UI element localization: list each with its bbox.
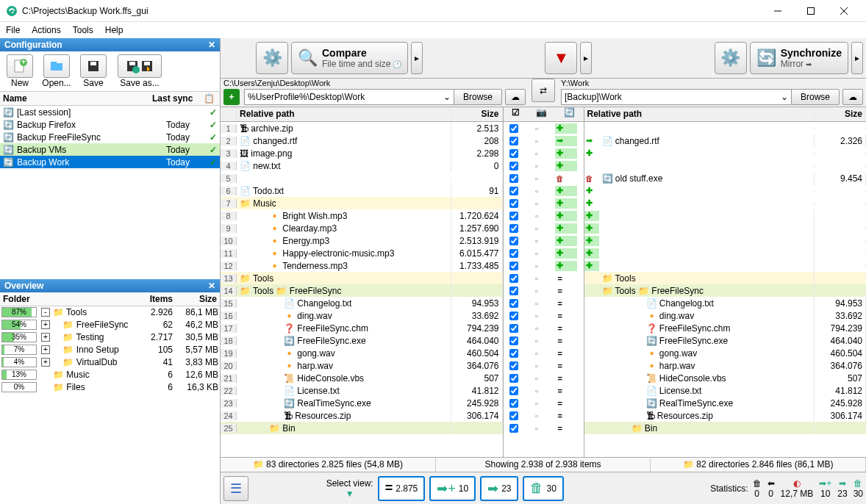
grid-row[interactable]: 📁 Bin xyxy=(584,422,867,434)
overview-row[interactable]: 0%📁 Files616,3 KB xyxy=(0,381,220,394)
grid-row[interactable]: 📁 Tools xyxy=(584,272,867,284)
action-row[interactable]: ▫✚ xyxy=(504,222,584,234)
left-cloud-button[interactable]: ☁ xyxy=(505,89,526,105)
grid-row[interactable]: ✚ xyxy=(584,197,867,209)
grid-row[interactable]: 18 🔄 FreeFileSync.exe464.040 xyxy=(221,334,503,347)
row-checkbox[interactable] xyxy=(509,137,518,145)
grid-row[interactable]: ✚ xyxy=(584,209,867,222)
row-checkbox[interactable] xyxy=(509,212,518,220)
grid-row[interactable] xyxy=(584,122,867,134)
action-row[interactable]: ▫= xyxy=(504,422,584,434)
action-row[interactable]: ▫✚ xyxy=(504,234,584,247)
grid-row[interactable]: 🗑🔄 old stuff.exe9.454 xyxy=(584,172,867,184)
menu-actions[interactable]: Actions xyxy=(32,25,60,35)
row-checkbox[interactable] xyxy=(509,287,518,295)
grid-row[interactable]: 📄 License.txt41.812 xyxy=(584,384,867,397)
config-item[interactable]: 🔄Backup FirefoxToday✓ xyxy=(0,118,220,131)
middle-grid[interactable]: ☑ 📷 🔄 ▫✚▫➡▫✚▫✚▫🗑▫✚▫✚▫✚▫✚▫✚▫✚▫✚▫=▫=▫=▫=▫=… xyxy=(504,107,584,457)
grid-row[interactable]: 🔸 ding.wav33.692 xyxy=(584,309,867,322)
grid-row[interactable]: 🔄 RealTimeSync.exe245.928 xyxy=(584,397,867,409)
view-mode-button[interactable]: ☰ xyxy=(223,476,248,501)
right-grid[interactable]: Relative pathSize ➡📄 changed.rtf2.326✚🗑🔄… xyxy=(584,107,867,457)
grid-row[interactable]: 📜 HideConsole.vbs507 xyxy=(584,372,867,384)
menu-tools[interactable]: Tools xyxy=(73,25,93,35)
action-row[interactable]: ▫= xyxy=(504,384,584,397)
maximize-button[interactable] xyxy=(794,1,827,21)
grid-row[interactable]: 1🗜 archive.zip2.513 xyxy=(221,122,503,134)
grid-row[interactable]: 2📄 changed.rtf208 xyxy=(221,134,503,147)
minimize-button[interactable] xyxy=(761,1,794,21)
action-row[interactable]: ▫✚ xyxy=(504,159,584,172)
checkbox-header[interactable]: ☑ xyxy=(512,107,520,121)
action-row[interactable]: ▫✚ xyxy=(504,209,584,222)
overview-row[interactable]: 7%+ 📁 Inno Setup1055,57 MB xyxy=(0,344,220,356)
view-delete-button[interactable]: 🗑 30 xyxy=(523,476,563,501)
config-item[interactable]: 🔄Backup WorkToday✓ xyxy=(0,156,220,168)
left-grid[interactable]: Relative pathSize 1🗜 archive.zip2.5132📄 … xyxy=(221,107,504,457)
right-browse-button[interactable]: Browse xyxy=(791,89,840,105)
close-button[interactable] xyxy=(827,1,860,21)
grid-row[interactable]: 🔄 FreeFileSync.exe464.040 xyxy=(584,334,867,347)
action-row[interactable]: ▫✚ xyxy=(504,247,584,259)
left-browse-button[interactable]: Browse xyxy=(454,89,502,105)
view-equal-button[interactable]: = 2.875 xyxy=(378,476,426,501)
grid-row[interactable]: 8 🔸 Bright Wish.mp31.720.624 xyxy=(221,209,503,222)
row-checkbox[interactable] xyxy=(509,424,518,433)
category-header-icon[interactable]: 📷 xyxy=(536,107,547,121)
grid-row[interactable]: ✚ xyxy=(584,259,867,272)
grid-row[interactable]: 20 🔸 harp.wav364.076 xyxy=(221,359,503,372)
overview-close-icon[interactable]: ✕ xyxy=(208,281,215,291)
row-checkbox[interactable] xyxy=(509,237,518,245)
action-row[interactable]: ▫= xyxy=(504,309,584,322)
action-row[interactable]: ▫= xyxy=(504,372,584,384)
grid-row[interactable]: ✚ xyxy=(584,247,867,259)
action-row[interactable]: ▫✚ xyxy=(504,197,584,209)
row-checkbox[interactable] xyxy=(509,399,518,408)
grid-row[interactable]: ✚ xyxy=(584,234,867,247)
grid-row[interactable]: 13📁 Tools xyxy=(221,272,503,284)
config-item[interactable]: 🔄Backup FreeFileSyncToday✓ xyxy=(0,131,220,143)
overview-row[interactable]: 13%📁 Music612,6 MB xyxy=(0,369,220,381)
compare-settings-button[interactable]: ⚙️ xyxy=(256,42,288,74)
grid-row[interactable]: ✚ xyxy=(584,222,867,234)
overview-row[interactable]: 54%+ 📁 FreeFileSync6246,2 MB xyxy=(0,319,220,331)
left-path-input[interactable] xyxy=(244,89,455,105)
open-button[interactable]: Open... xyxy=(40,54,74,88)
action-row[interactable]: ▫= xyxy=(504,272,584,284)
grid-row[interactable]: 25 📁 Bin xyxy=(221,422,503,434)
action-row[interactable]: ▫= xyxy=(504,409,584,422)
row-checkbox[interactable] xyxy=(509,249,518,258)
menu-file[interactable]: File xyxy=(6,25,20,35)
config-list-icon[interactable]: 📋 xyxy=(204,93,217,104)
config-item[interactable]: 🔄[Last session]✓ xyxy=(0,106,220,118)
right-path-dropdown-icon[interactable]: ⌄ xyxy=(781,92,788,102)
view-add-button[interactable]: ➡+ 10 xyxy=(429,476,476,501)
left-path-dropdown-icon[interactable]: ⌄ xyxy=(443,92,451,102)
config-close-icon[interactable]: ✕ xyxy=(208,40,215,50)
compare-button[interactable]: 🔍 CompareFile time and size 🕐 xyxy=(291,42,408,74)
grid-row[interactable]: 12 🔸 Tenderness.mp31.733.485 xyxy=(221,259,503,272)
row-checkbox[interactable] xyxy=(509,361,518,370)
grid-row[interactable]: ❓ FreeFileSync.chm794.239 xyxy=(584,322,867,334)
row-checkbox[interactable] xyxy=(509,374,518,383)
action-row[interactable]: ▫= xyxy=(504,284,584,297)
action-row[interactable]: ▫✚ xyxy=(504,122,584,134)
action-row[interactable]: ▫➡ xyxy=(504,134,584,147)
action-row[interactable]: ▫= xyxy=(504,359,584,372)
row-checkbox[interactable] xyxy=(509,312,518,320)
filter-dropdown[interactable]: ▸ xyxy=(580,42,592,74)
row-checkbox[interactable] xyxy=(509,262,518,270)
grid-row[interactable] xyxy=(584,159,867,172)
row-checkbox[interactable] xyxy=(509,174,518,183)
filter-button[interactable]: ▼ xyxy=(545,42,577,74)
action-row[interactable]: ▫= xyxy=(504,397,584,409)
grid-row[interactable]: 📄 Changelog.txt94.953 xyxy=(584,297,867,309)
row-checkbox[interactable] xyxy=(509,224,518,233)
grid-row[interactable]: 🗜 Resources.zip306.174 xyxy=(584,409,867,422)
row-checkbox[interactable] xyxy=(509,187,518,195)
sync-dropdown[interactable]: ▸ xyxy=(851,42,863,74)
new-button[interactable]: +New xyxy=(3,54,37,88)
action-row[interactable]: ▫= xyxy=(504,297,584,309)
row-checkbox[interactable] xyxy=(509,299,518,308)
grid-row[interactable]: 7📁 Music xyxy=(221,197,503,209)
